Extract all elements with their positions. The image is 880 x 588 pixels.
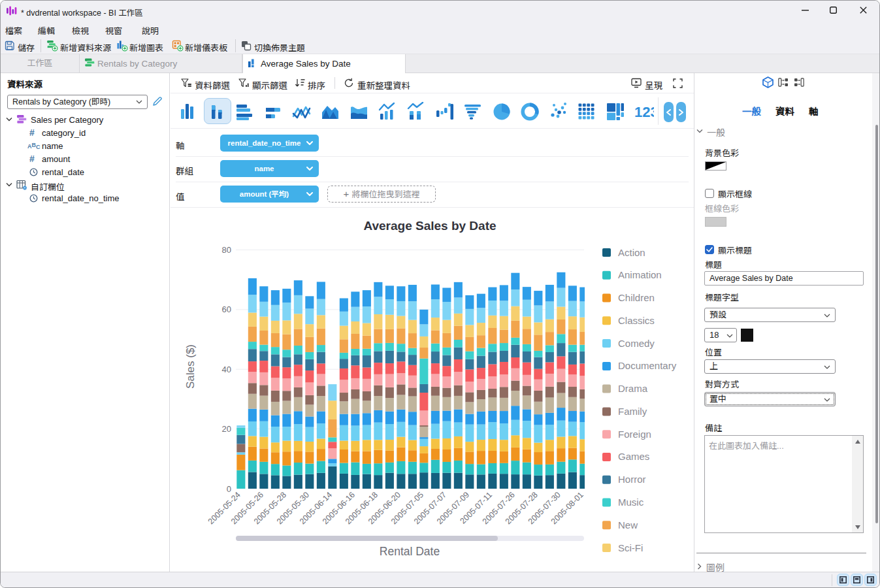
svg-text:60: 60 [222,304,231,314]
svg-text:80: 80 [222,245,231,255]
svg-text:Drama: Drama [618,383,648,394]
svg-text:123: 123 [634,104,654,120]
svg-text:Animation: Animation [618,269,662,280]
svg-text:40: 40 [222,365,231,374]
svg-text:Music: Music [618,497,644,508]
svg-text:Horror: Horror [618,474,646,485]
svg-text:0: 0 [227,484,231,494]
svg-text:Children: Children [618,292,655,303]
svg-text:Sales ($): Sales ($) [184,344,197,389]
svg-text:Rental Date: Rental Date [380,545,440,558]
svg-text:Foreign: Foreign [618,429,651,440]
svg-text:Comedy: Comedy [618,338,655,349]
svg-text:Action: Action [618,247,645,258]
svg-text:Games: Games [618,451,649,462]
svg-text:New: New [618,519,638,531]
svg-text:Classics: Classics [618,315,655,326]
svg-text:Average Sales by Date: Average Sales by Date [363,219,496,233]
svg-text:Sci-Fi: Sci-Fi [618,542,643,553]
svg-text:Documentary: Documentary [618,360,677,371]
svg-text:20: 20 [222,424,231,434]
svg-text:Family: Family [618,406,647,417]
